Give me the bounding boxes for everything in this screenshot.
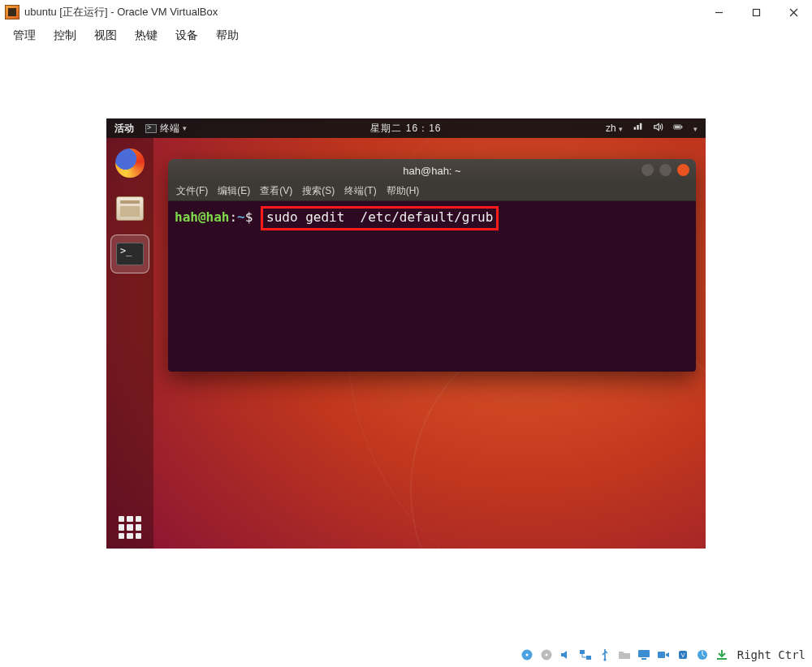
gnome-app-label: 终端 xyxy=(160,122,179,136)
vbox-menubar: 管理 控制 视图 热键 设备 帮助 xyxy=(0,24,812,47)
svg-rect-15 xyxy=(641,658,646,660)
vbox-titlebar: ubuntu [正在运行] - Oracle VM VirtualBox xyxy=(0,0,812,24)
files-icon xyxy=(116,196,144,221)
gnome-terminal-window: hah@hah: ~ 文件(F) 编辑(E) 查看(V) 搜索(S) 终端(T)… xyxy=(168,159,696,372)
svg-rect-5 xyxy=(681,126,682,127)
input-method-indicator[interactable]: zh ▾ xyxy=(606,123,623,134)
vbox-status-bar: V Right Ctrl xyxy=(0,643,812,667)
vm-display-area: 活动 终端 ▾ 星期二 16：16 zh ▾ ▾ xyxy=(0,47,812,643)
virtualbox-app-icon xyxy=(5,5,19,19)
terminal-menu-terminal[interactable]: 终端(T) xyxy=(344,184,376,198)
gnome-top-bar: 活动 终端 ▾ 星期二 16：16 zh ▾ ▾ xyxy=(106,118,706,138)
terminal-maximize-button[interactable] xyxy=(659,164,672,176)
shared-folder-icon[interactable] xyxy=(617,648,632,661)
svg-point-10 xyxy=(545,654,547,656)
close-button[interactable] xyxy=(775,0,812,24)
minimize-button[interactable] xyxy=(700,0,737,24)
svg-rect-11 xyxy=(580,650,585,654)
svg-point-13 xyxy=(603,658,606,661)
chevron-down-icon: ▾ xyxy=(183,124,187,132)
svg-rect-6 xyxy=(675,126,680,127)
usb-icon[interactable] xyxy=(598,648,612,661)
terminal-menubar: 文件(F) 编辑(E) 查看(V) 搜索(S) 终端(T) 帮助(H) xyxy=(168,182,696,201)
terminal-icon xyxy=(116,243,144,265)
svg-rect-12 xyxy=(586,656,591,660)
vbox-menu-hotkeys[interactable]: 热键 xyxy=(135,28,158,43)
cpu-icon[interactable]: V xyxy=(676,648,690,661)
optical-icon[interactable] xyxy=(539,648,554,661)
terminal-menu-search[interactable]: 搜索(S) xyxy=(302,184,335,198)
apps-grid-icon xyxy=(119,516,141,539)
chevron-down-icon: ▾ xyxy=(619,125,623,133)
network-icon[interactable] xyxy=(633,122,643,135)
ubuntu-dock xyxy=(106,138,153,549)
power-icon[interactable]: ▾ xyxy=(693,123,698,134)
svg-rect-16 xyxy=(658,652,665,658)
dock-item-files[interactable] xyxy=(113,191,147,226)
terminal-icon xyxy=(145,124,157,133)
ubuntu-desktop[interactable]: 活动 终端 ▾ 星期二 16：16 zh ▾ ▾ xyxy=(106,118,706,549)
vbox-menu-devices[interactable]: 设备 xyxy=(175,28,198,43)
network-icon[interactable] xyxy=(578,648,593,661)
host-key-indicator: Right Ctrl xyxy=(737,648,806,661)
gnome-clock[interactable]: 星期二 16：16 xyxy=(370,122,441,136)
show-applications-button[interactable] xyxy=(106,516,153,539)
keyboard-capture-icon[interactable] xyxy=(715,648,729,661)
terminal-command: sudo gedit /etc/default/grub xyxy=(266,209,493,225)
svg-rect-1 xyxy=(753,9,759,15)
vbox-menu-help[interactable]: 帮助 xyxy=(216,28,239,43)
terminal-menu-view[interactable]: 查看(V) xyxy=(260,184,292,198)
terminal-close-button[interactable] xyxy=(677,164,689,176)
gnome-activities[interactable]: 活动 xyxy=(114,122,134,136)
volume-icon[interactable] xyxy=(653,122,663,135)
vbox-window-title: ubuntu [正在运行] - Oracle VM VirtualBox xyxy=(24,5,218,19)
maximize-button[interactable] xyxy=(737,0,775,24)
vbox-menu-control[interactable]: 控制 xyxy=(54,28,76,43)
battery-icon[interactable] xyxy=(673,122,684,135)
svg-point-8 xyxy=(525,654,528,656)
audio-icon[interactable] xyxy=(559,648,573,661)
dock-item-firefox[interactable] xyxy=(113,146,147,180)
svg-text:V: V xyxy=(680,652,685,658)
display-icon[interactable] xyxy=(637,648,651,661)
terminal-minimize-button[interactable] xyxy=(641,164,654,176)
terminal-title: hah@hah: ~ xyxy=(403,165,460,177)
dock-item-terminal[interactable] xyxy=(113,237,147,271)
prompt-sigil: $ xyxy=(245,209,253,225)
prompt-path: ~ xyxy=(237,209,245,225)
recording-icon[interactable] xyxy=(656,648,671,661)
svg-rect-20 xyxy=(717,658,727,660)
firefox-icon xyxy=(115,148,145,178)
prompt-sep: : xyxy=(229,209,237,225)
mouse-capture-icon[interactable] xyxy=(695,648,710,661)
highlighted-command: sudo gedit /etc/default/grub xyxy=(261,206,499,230)
svg-rect-14 xyxy=(638,650,650,657)
terminal-titlebar[interactable]: hah@hah: ~ xyxy=(168,159,696,182)
prompt-user: hah@hah xyxy=(175,209,229,225)
terminal-body[interactable]: hah@hah:~$ sudo gedit /etc/default/grub xyxy=(168,201,696,372)
vbox-menu-view[interactable]: 视图 xyxy=(94,28,117,43)
vbox-menu-manage[interactable]: 管理 xyxy=(13,28,36,43)
terminal-menu-file[interactable]: 文件(F) xyxy=(176,184,208,198)
terminal-menu-edit[interactable]: 编辑(E) xyxy=(218,184,250,198)
gnome-app-menu[interactable]: 终端 ▾ xyxy=(145,122,187,136)
harddisk-icon[interactable] xyxy=(520,648,534,661)
terminal-menu-help[interactable]: 帮助(H) xyxy=(387,184,420,198)
